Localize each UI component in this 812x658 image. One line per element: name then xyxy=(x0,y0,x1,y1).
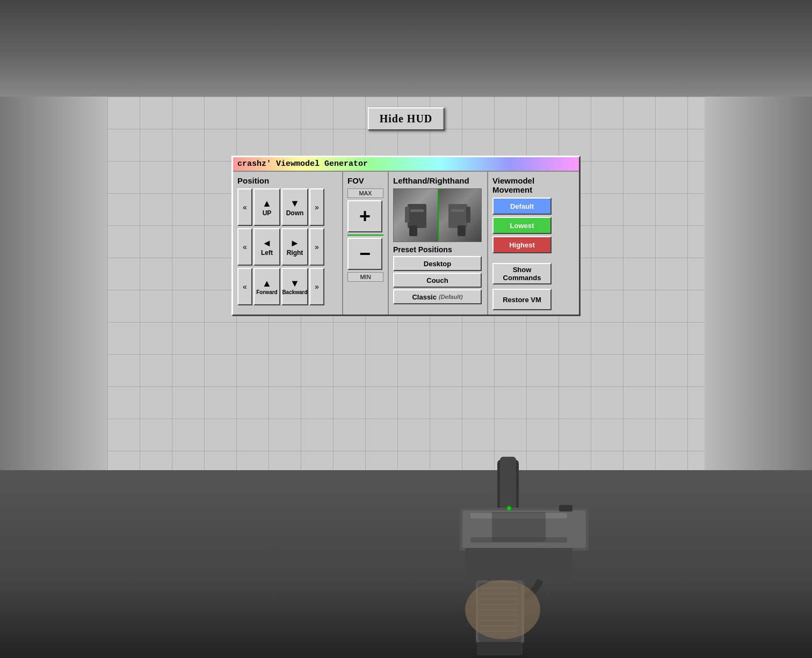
up-left-chevron[interactable]: « xyxy=(237,188,252,226)
svg-rect-29 xyxy=(477,642,523,655)
svg-rect-2 xyxy=(409,225,417,236)
svg-rect-3 xyxy=(410,209,424,212)
wall-left xyxy=(0,97,107,470)
down-arrow-icon: ▼ xyxy=(290,198,300,209)
preset-couch-button[interactable]: Couch xyxy=(393,273,482,288)
down-button[interactable]: ▼ Down xyxy=(281,188,308,226)
lr-right-chevron[interactable]: » xyxy=(309,228,324,266)
svg-rect-7 xyxy=(451,209,465,212)
hide-hud-button[interactable]: Hide HUD xyxy=(368,107,445,130)
default-label: Default xyxy=(510,202,534,210)
svg-rect-6 xyxy=(458,225,466,236)
gun-right-preview xyxy=(438,189,482,242)
lowest-label: Lowest xyxy=(510,222,534,230)
preset-classic-button[interactable]: Classic (Default) xyxy=(393,289,482,304)
position-section: Position « ▲ UP ▼ Down » xyxy=(233,172,343,315)
gun-weapon-svg xyxy=(406,443,648,658)
gun-left-preview xyxy=(394,189,438,242)
fov-min-label: MIN xyxy=(347,272,383,282)
right-label: Right xyxy=(287,249,303,257)
preset-couch-label: Couch xyxy=(426,276,448,284)
right-arrow-icon: ► xyxy=(290,238,300,249)
position-title: Position xyxy=(237,176,338,185)
minus-icon: − xyxy=(359,243,371,265)
down-label: Down xyxy=(286,209,304,217)
left-right-group: ◄ Left ► Right xyxy=(253,228,308,266)
svg-rect-14 xyxy=(465,548,572,580)
weapon-view xyxy=(379,390,648,658)
viewmodel-section: Viewmodel Movement Default Lowest Highes… xyxy=(488,172,555,315)
svg-rect-1 xyxy=(405,207,409,223)
wall-right xyxy=(705,97,812,470)
svg-rect-0 xyxy=(408,204,426,228)
panel-content: Position « ▲ UP ▼ Down » xyxy=(233,171,579,315)
up-button[interactable]: ▲ UP xyxy=(253,188,280,226)
viewmodel-highest-button[interactable]: Highest xyxy=(492,236,552,253)
weapon-preview[interactable] xyxy=(393,188,482,242)
fov-title: FOV xyxy=(347,176,383,185)
svg-point-27 xyxy=(507,506,511,510)
left-arrow-icon: ◄ xyxy=(262,238,272,249)
forward-arrow-icon: ▲ xyxy=(262,278,272,289)
backward-button[interactable]: ▼ Backward xyxy=(281,268,308,305)
preset-classic-label: Classic xyxy=(412,293,437,301)
fb-left-chevron[interactable]: « xyxy=(237,268,252,305)
show-commands-button[interactable]: Show Commands xyxy=(492,263,552,284)
highest-label: Highest xyxy=(509,241,535,249)
fb-right-chevron[interactable]: » xyxy=(309,268,324,305)
left-label: Left xyxy=(261,249,273,257)
show-commands-label: Show Commands xyxy=(494,266,550,282)
up-arrow-icon: ▲ xyxy=(262,198,272,209)
preset-desktop-button[interactable]: Desktop xyxy=(393,256,482,271)
svg-rect-5 xyxy=(466,207,470,223)
forward-label: Forward xyxy=(256,289,277,295)
position-grid: « ▲ UP ▼ Down » « xyxy=(237,188,338,305)
lr-left-chevron[interactable]: « xyxy=(237,228,252,266)
left-right-row: « ◄ Left ► Right » xyxy=(237,228,338,266)
viewmodel-lowest-button[interactable]: Lowest xyxy=(492,217,552,234)
up-right-chevron[interactable]: » xyxy=(309,188,324,226)
backward-label: Backward xyxy=(282,289,307,295)
fov-max-label: MAX xyxy=(347,188,383,198)
preset-title: Preset Positions xyxy=(393,245,483,254)
backward-arrow-icon: ▼ xyxy=(290,278,300,289)
up-label: UP xyxy=(263,209,272,217)
lefthand-section: Lefthand/Righthand xyxy=(389,172,488,315)
viewmodel-panel: crashz' Viewmodel Generator Position « ▲… xyxy=(231,156,581,316)
svg-rect-28 xyxy=(492,512,546,542)
up-down-group: ▲ UP ▼ Down xyxy=(253,188,308,226)
viewmodel-title: Viewmodel Movement xyxy=(492,176,551,194)
forward-button[interactable]: ▲ Forward xyxy=(253,268,280,305)
restore-vm-label: Restore VM xyxy=(503,296,541,304)
panel-title: crashz' Viewmodel Generator xyxy=(233,157,579,171)
svg-point-30 xyxy=(465,580,540,639)
forward-backward-group: ▲ Forward ▼ Backward xyxy=(253,268,308,305)
preset-desktop-label: Desktop xyxy=(424,260,451,268)
lefthand-title: Lefthand/Righthand xyxy=(393,176,483,185)
vm-spacer xyxy=(492,255,551,263)
fov-divider xyxy=(347,235,383,236)
fov-plus-button[interactable]: + xyxy=(347,200,382,232)
forward-backward-row: « ▲ Forward ▼ Backward » xyxy=(237,268,338,305)
right-button[interactable]: ► Right xyxy=(281,228,308,266)
svg-rect-26 xyxy=(559,505,572,511)
up-down-row: « ▲ UP ▼ Down » xyxy=(237,188,338,226)
restore-vm-button[interactable]: Restore VM xyxy=(492,289,552,310)
left-button[interactable]: ◄ Left xyxy=(253,228,280,266)
left-gun-svg xyxy=(400,201,432,239)
right-gun-svg xyxy=(443,201,475,239)
fov-section: FOV MAX + − MIN xyxy=(343,172,389,315)
svg-rect-4 xyxy=(448,204,467,228)
lh-divider-line xyxy=(438,189,439,242)
fov-minus-button[interactable]: − xyxy=(347,238,382,270)
preset-default-note: (Default) xyxy=(439,294,463,300)
plus-icon: + xyxy=(359,205,371,228)
viewmodel-default-button[interactable]: Default xyxy=(492,198,552,215)
ceiling xyxy=(0,0,812,97)
